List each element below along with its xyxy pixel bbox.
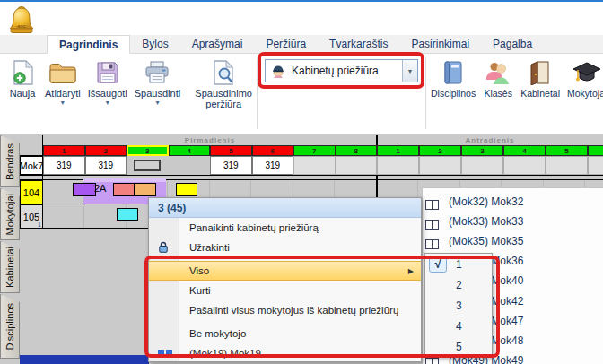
timetable-cell[interactable] [377, 156, 419, 175]
timetable-cell[interactable] [546, 156, 588, 175]
button-spausdinimo-per-i-ra[interactable]: Spausdinimo peržiūra [185, 56, 262, 118]
class-label-2a: 2A [94, 183, 106, 194]
room-pair-icon [425, 237, 439, 247]
menu-item-panaikinti-kabinet-prie-i-r[interactable]: Panaikinti kabinetų priežiūrą [149, 218, 421, 238]
lesson-block-104-2[interactable] [135, 183, 156, 196]
submenu-item-1[interactable]: √1 [425, 254, 492, 274]
combo-dropdown-caret[interactable]: ▼ [402, 60, 417, 82]
timetable-cell[interactable]: 319 [210, 156, 252, 175]
period-header-mon-5[interactable]: 5 [210, 145, 252, 156]
lock-icon [158, 241, 169, 254]
submenu-item-2[interactable]: 2 [425, 274, 492, 295]
menu-item-viso[interactable]: Viso▶ [149, 261, 421, 281]
timetable-cell[interactable]: 319 [43, 156, 85, 175]
period-header-tue-5[interactable]: 5 [546, 145, 588, 156]
button-label: Spausdinimo peržiūra [188, 88, 259, 109]
tab-pasirinkimai[interactable]: Pasirinkimai [399, 35, 481, 53]
lesson-block-104-1[interactable] [113, 183, 135, 196]
submenu-item-label: 3 [456, 299, 462, 312]
door-icon [529, 57, 552, 88]
button-kabinetai[interactable]: Kabinetai [518, 56, 563, 108]
period-header-mon-6[interactable]: 6 [252, 145, 294, 156]
menu-item-u-rakinti[interactable]: Užrakinti [149, 238, 421, 257]
menu-item-label: Užrakinti [189, 242, 230, 253]
timetable-cell[interactable]: 319 [85, 156, 127, 175]
room-pair-icon [425, 217, 439, 227]
timetable-cell[interactable] [336, 156, 378, 175]
button-atidaryti[interactable]: Atidaryti▾ [42, 56, 83, 118]
submenu-item-5[interactable]: 5 [425, 336, 492, 357]
tab-apra-ymai[interactable]: Aprašymai [180, 35, 255, 53]
button-disciplinos[interactable]: Disciplinos [428, 56, 478, 108]
tab-per-i-ra[interactable]: Peržiūra [254, 35, 318, 53]
timetable-cell[interactable] [127, 156, 169, 175]
dropdown-caret-icon: ▾ [106, 99, 109, 107]
tab-pagalba[interactable]: Pagalba [481, 35, 544, 53]
button-nauja[interactable]: Nauja [4, 56, 40, 118]
side-tab-kabinetai[interactable]: Kabinetai [0, 241, 20, 293]
teacher-list-item-mok35-mok35[interactable]: (Mok35) Mok35 [425, 231, 523, 251]
tab-pagrindinis[interactable]: Pagrindinis [47, 35, 130, 54]
lesson-block-104-3[interactable] [176, 183, 197, 196]
lesson-block-104-0[interactable] [73, 183, 96, 196]
submenu-item-3[interactable]: 3 [425, 295, 492, 316]
period-header-tue-3[interactable]: 3 [461, 145, 503, 156]
timetable-cell[interactable]: 319 [252, 156, 294, 175]
submenu-item-4[interactable]: 4 [425, 316, 492, 336]
timetable-cell[interactable] [503, 156, 546, 175]
side-tab-disciplinos[interactable]: Disciplinos [0, 294, 20, 359]
students-icon [485, 57, 511, 88]
submenu-item-label: 2 [456, 279, 462, 291]
group-separator [425, 57, 426, 129]
period-header-tue-6[interactable]: 6 [588, 145, 603, 156]
side-tab-mokytojai[interactable]: Mokytojai [0, 188, 20, 240]
menu-item-label: Pašalinti visus mokytojus iš kabinetų pr… [189, 305, 398, 316]
dropdown-caret-icon: ▾ [61, 99, 65, 107]
row-header-mok7[interactable]: Mok7 [20, 156, 43, 175]
open-folder-icon [48, 57, 77, 88]
row-header-104[interactable]: 104 [20, 180, 43, 204]
button-klas-s[interactable]: Klasės [480, 56, 516, 108]
button-spausdinti[interactable]: Spausdinti▾ [132, 56, 183, 118]
timetable-cell[interactable] [293, 156, 336, 175]
period-header-mon-7[interactable]: 7 [293, 145, 336, 156]
period-header-tue-1[interactable]: 1 [377, 145, 419, 156]
button-label: Mokytojai [567, 88, 603, 99]
period-header-mon-2[interactable]: 2 [85, 145, 127, 156]
button-label: Disciplinos [431, 88, 476, 99]
period-header-tue-2[interactable]: 2 [419, 145, 461, 156]
button-mokytojai[interactable]: Mokytojai [564, 56, 603, 108]
day-header-monday: Pirmadienis [43, 135, 377, 145]
period-header-tue-4[interactable]: 4 [503, 145, 546, 156]
side-tab-bendras[interactable]: Bendras [0, 135, 20, 187]
menu-item-be-mokytojo[interactable]: Be mokytojo [149, 324, 421, 343]
context-menu-body: Panaikinti kabinetų priežiūrąUžrakintiVi… [149, 218, 421, 361]
menu-item-label: Be mokytojo [189, 328, 246, 339]
check-slot [429, 297, 447, 314]
menu-item-kurti[interactable]: Kurti [149, 281, 421, 300]
dropdown-caret-icon: ▾ [155, 99, 159, 107]
teacher-list-item-mok33-mok33[interactable]: (Mok33) Mok33 [425, 212, 523, 231]
ribbon-tab-bar: PagrindinisBylosAprašymaiPeržiūraTvarkar… [0, 35, 603, 54]
menu-item-mok19-mok19[interactable]: (Mok19) Mok19 [149, 343, 421, 363]
period-header-mon-8[interactable]: 8 [336, 145, 378, 156]
view-mode-combobox[interactable]: Kabinetų priežiūra ▼ [265, 59, 418, 82]
period-header-mon-4[interactable]: 4 [169, 145, 211, 156]
check-slot [429, 276, 447, 293]
menu-item-pa-alinti-visus-mokytojus-i-kabinet-prie-i-r[interactable]: Pašalinti visus mokytojus iš kabinetų pr… [149, 300, 421, 320]
timetable-cell[interactable] [461, 156, 503, 175]
button-i-saugoti[interactable]: Išsaugoti▾ [85, 56, 130, 118]
tab-tvarkara-tis[interactable]: Tvarkaraštis [318, 35, 399, 53]
period-header-mon-1[interactable]: 1 [43, 145, 85, 156]
timetable-cell[interactable] [169, 156, 211, 175]
room-pair-icon [425, 197, 439, 207]
new-document-icon [10, 57, 35, 88]
context-menu-title: 3 (45) [149, 198, 421, 218]
tab-bylos[interactable]: Bylos [130, 35, 179, 53]
timetable-cell[interactable] [419, 156, 461, 175]
period-header-mon-3[interactable]: 3 [127, 145, 169, 156]
timetable-cell[interactable] [588, 156, 603, 175]
lesson-block-105-0[interactable] [117, 208, 138, 221]
teacher-list-item-mok32-mok32[interactable]: (Mok32) Mok32 [425, 192, 523, 212]
row-header-105[interactable]: 105 1 [20, 204, 43, 229]
